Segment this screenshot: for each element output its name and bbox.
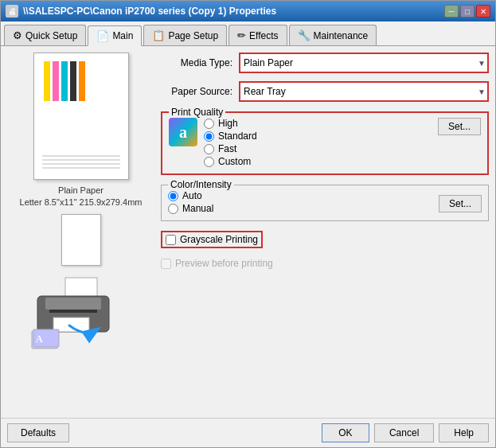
color-bars [44,61,85,101]
tab-maintenance[interactable]: 🔧 Maintenance [289,25,377,45]
quality-standard-radio[interactable] [204,131,214,142]
grayscale-container: Grayscale Printing [161,231,489,248]
help-button[interactable]: Help [439,423,489,442]
magenta-bar [53,61,59,101]
preview-checkbox-row: Preview before printing [161,256,489,271]
quality-radio-group: High Standard Fast Custom [204,118,257,167]
color-auto-label: Auto [182,190,202,201]
svg-rect-2 [45,298,101,310]
quality-custom-label: Custom [218,156,251,167]
titlebar-controls: ─ □ ✕ [444,5,490,18]
color-manual-radio[interactable] [168,204,178,214]
cancel-button[interactable]: Cancel [374,423,434,442]
media-type-select-wrapper: Plain Paper Glossy Photo Paper Matte Pho… [239,53,489,73]
bottom-bar: Defaults OK Cancel Help [1,418,495,447]
black-bar [70,61,76,101]
media-type-row: Media Type: Plain Paper Glossy Photo Pap… [161,53,489,73]
paper-info: Plain Paper Letter 8.5"x11" 215.9x279.4m… [20,185,143,209]
tab-effects-label: Effects [249,30,278,41]
svg-rect-3 [49,310,97,313]
quality-custom-radio[interactable] [204,157,214,167]
quick-setup-icon: ⚙ [13,29,22,41]
color-set-button[interactable]: Set... [439,195,482,212]
grayscale-label: Grayscale Printing [180,234,258,245]
quality-icon: a [169,118,197,146]
paper-line [42,163,120,165]
tab-quick-setup-label: Quick Setup [25,30,77,41]
action-buttons: OK Cancel Help [322,423,489,442]
color-radio-group: Auto Manual [168,190,432,214]
paper-source-label: Paper Source: [161,86,232,97]
svg-text:A: A [36,333,43,345]
paper-preview [33,53,129,180]
tabs-bar: ⚙ Quick Setup 📄 Main 📋 Page Setup ✏ Effe… [1,21,495,46]
color-manual-label: Manual [182,203,213,214]
orange-bar [79,61,85,101]
right-panel: Media Type: Plain Paper Glossy Photo Pap… [161,53,489,411]
paper-info-line1: Plain Paper [20,185,143,197]
paper-line [42,159,120,161]
media-type-select[interactable]: Plain Paper Glossy Photo Paper Matte Pho… [240,54,487,72]
paper-line [42,167,120,169]
quality-custom-row: Custom [204,156,257,167]
titlebar-left: 🖨 \\SALESPC-PC\Canon iP2700 series (Copy… [6,5,276,18]
paper-lines [42,155,120,171]
printer-svg: A [25,274,137,353]
cyan-bar [61,61,68,101]
media-type-label: Media Type: [161,57,232,68]
print-quality-set-button[interactable]: Set... [438,118,481,135]
defaults-button[interactable]: Defaults [7,423,69,442]
close-button[interactable]: ✕ [476,5,490,18]
quality-high-label: High [218,118,238,129]
tab-effects[interactable]: ✏ Effects [228,25,287,45]
print-quality-inner: a High Standard Fast [169,118,481,167]
quality-standard-row: Standard [204,131,257,142]
quality-fast-label: Fast [218,143,236,154]
paper-line [42,155,120,157]
left-panel: Plain Paper Letter 8.5"x11" 215.9x279.4m… [7,53,154,411]
grayscale-checkbox[interactable] [166,235,176,245]
tab-quick-setup[interactable]: ⚙ Quick Setup [4,25,86,45]
ok-button[interactable]: OK [322,423,369,442]
quality-fast-radio[interactable] [204,144,214,154]
color-row: Auto Manual Set... [168,190,482,214]
titlebar: 🖨 \\SALESPC-PC\Canon iP2700 series (Copy… [1,1,495,21]
page-setup-icon: 📋 [152,29,165,41]
maximize-button[interactable]: □ [460,5,475,18]
yellow-bar [44,61,50,101]
window: 🖨 \\SALESPC-PC\Canon iP2700 series (Copy… [0,0,496,448]
color-intensity-group: Color/Intensity Auto Manual Set... [161,185,489,221]
small-paper-preview [61,214,101,266]
tab-page-setup-label: Page Setup [168,30,218,41]
print-quality-group: Print Quality a High Standard [161,111,489,175]
tab-maintenance-label: Maintenance [314,30,369,41]
paper-info-line2: Letter 8.5"x11" 215.9x279.4mm [20,197,143,208]
quality-high-row: High [204,118,257,129]
color-manual-row: Manual [168,203,432,214]
quality-standard-label: Standard [218,131,257,142]
preview-label: Preview before printing [175,258,273,269]
svg-rect-0 [65,278,97,298]
quality-high-radio[interactable] [204,119,214,129]
color-auto-radio[interactable] [168,191,178,201]
main-icon: 📄 [96,30,109,42]
tab-main-label: Main [112,30,133,41]
minimize-button[interactable]: ─ [444,5,459,18]
tab-main[interactable]: 📄 Main [88,25,142,46]
effects-icon: ✏ [237,29,246,41]
paper-source-select-wrapper: Rear Tray Front Tray Cassette ▼ [239,81,489,102]
paper-source-row: Paper Source: Rear Tray Front Tray Casse… [161,81,489,102]
window-icon: 🖨 [6,5,18,18]
preview-checkbox[interactable] [161,259,171,269]
color-auto-row: Auto [168,190,432,201]
color-intensity-label: Color/Intensity [168,179,234,190]
window-title: \\SALESPC-PC\Canon iP2700 series (Copy 1… [23,6,276,17]
print-quality-label: Print Quality [169,107,225,118]
quality-fast-row: Fast [204,143,257,154]
maintenance-icon: 🔧 [298,29,310,41]
paper-source-select[interactable]: Rear Tray Front Tray Cassette [240,83,487,100]
grayscale-checkbox-row: Grayscale Printing [161,231,263,248]
main-content: Plain Paper Letter 8.5"x11" 215.9x279.4m… [1,46,495,418]
printer-illustration: A [25,274,137,353]
tab-page-setup[interactable]: 📋 Page Setup [143,25,227,45]
